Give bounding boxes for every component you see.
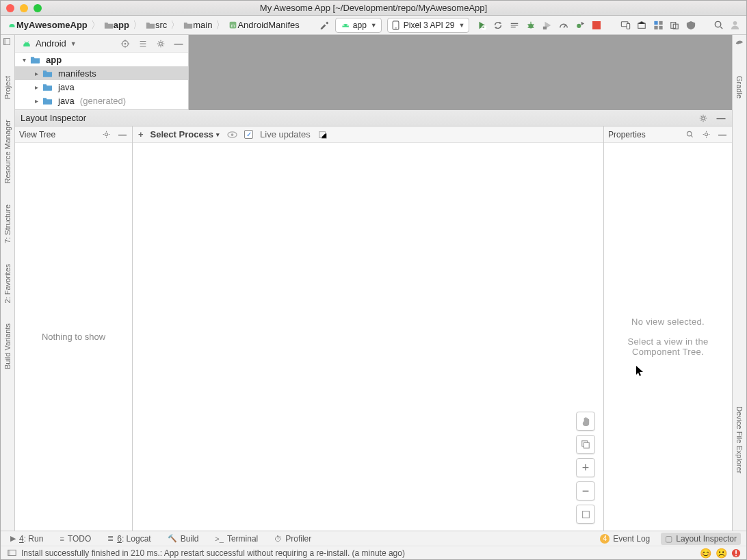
- project-panel-header: Android ▼ —: [15, 35, 188, 53]
- minimize-icon[interactable]: —: [716, 113, 726, 124]
- project-view-title[interactable]: Android: [36, 38, 66, 49]
- hammer-icon[interactable]: [319, 20, 330, 31]
- minimize-icon[interactable]: —: [117, 129, 128, 140]
- search-icon[interactable]: [713, 20, 724, 31]
- properties-empty-2: Select a view in the Component Tree.: [614, 336, 722, 357]
- tree-row[interactable]: ▸manifests: [15, 66, 188, 80]
- zoom-in-button[interactable]: +: [576, 458, 595, 477]
- gear-icon[interactable]: [101, 129, 112, 140]
- svg-text:m: m: [231, 23, 235, 28]
- run-config-select[interactable]: app ▼: [335, 18, 382, 33]
- zoom-out-button[interactable]: −: [576, 481, 595, 501]
- live-updates-checkbox[interactable]: [244, 130, 253, 139]
- tool-tab[interactable]: Build Variants: [3, 319, 12, 373]
- breadcrumb-item[interactable]: MyAwesomeApp: [5, 18, 90, 31]
- title-bar: My Awesome App [~/Development/repo/MyAwe…: [1, 1, 746, 16]
- svg-rect-32: [584, 442, 589, 448]
- gear-icon[interactable]: [155, 38, 166, 49]
- apply-changes-icon[interactable]: [493, 20, 503, 31]
- mouse-cursor-icon: [636, 366, 644, 377]
- zoom-fit-button[interactable]: [576, 505, 595, 524]
- bottom-tab[interactable]: ≡TODO: [55, 533, 95, 545]
- chevron-down-icon[interactable]: ▼: [70, 40, 77, 47]
- resource-manager-icon[interactable]: [653, 20, 664, 31]
- gear-icon[interactable]: [700, 129, 711, 140]
- collapse-icon[interactable]: [3, 38, 12, 47]
- live-updates-label: Live updates: [260, 129, 311, 139]
- select-process-dropdown[interactable]: Select Process ▾: [150, 129, 220, 139]
- attach-debugger-icon[interactable]: [575, 20, 586, 31]
- stop-icon[interactable]: [591, 20, 602, 31]
- target-icon[interactable]: [120, 38, 131, 49]
- tree-row[interactable]: ▸java(generated): [15, 94, 188, 107]
- debug-icon[interactable]: [525, 20, 536, 31]
- breadcrumb-item[interactable]: src: [143, 18, 170, 31]
- svg-rect-33: [582, 511, 589, 518]
- search-icon[interactable]: [684, 129, 695, 140]
- svg-point-2: [343, 25, 345, 27]
- svg-point-24: [124, 42, 127, 44]
- svg-point-20: [733, 21, 737, 25]
- editor-empty-area: [189, 35, 732, 110]
- profiler-icon[interactable]: [558, 20, 569, 31]
- breadcrumb[interactable]: MyAwesomeApp〉app〉src〉main〉mAndroidManife…: [5, 18, 302, 31]
- layout-inspector-shortcut-icon[interactable]: [669, 20, 680, 31]
- minimize-icon[interactable]: —: [173, 38, 184, 49]
- breadcrumb-item[interactable]: mAndroidManifes: [226, 18, 302, 31]
- gradle-icon[interactable]: [735, 38, 744, 47]
- tool-tab[interactable]: 7: Structure: [3, 200, 12, 248]
- window-title: My Awesome App [~/Development/repo/MyAwe…: [1, 3, 746, 13]
- close-window-button[interactable]: [6, 4, 14, 12]
- ide-sad-icon[interactable]: ☹️: [716, 548, 727, 559]
- properties-title: Properties: [608, 130, 646, 139]
- layout-inspector-header: Layout Inspector —: [15, 110, 732, 126]
- breadcrumb-item[interactable]: app: [101, 18, 132, 31]
- snapshot-icon[interactable]: [317, 129, 328, 140]
- ide-happy-icon[interactable]: 😊: [700, 548, 711, 559]
- svg-rect-39: [735, 550, 737, 553]
- sdk-manager-icon[interactable]: [636, 20, 647, 31]
- gear-icon[interactable]: [698, 113, 709, 124]
- toggle-3d-icon[interactable]: [226, 129, 237, 140]
- breadcrumb-item[interactable]: main: [181, 18, 215, 31]
- device-select[interactable]: Pixel 3 API 29 ▼: [387, 18, 470, 33]
- project-structure-icon[interactable]: [685, 20, 696, 31]
- pan-button[interactable]: [576, 412, 595, 431]
- tool-tab[interactable]: Device File Explorer: [735, 402, 744, 477]
- tree-row[interactable]: ▸java: [15, 80, 188, 94]
- coverage-icon[interactable]: [542, 20, 553, 31]
- tool-tab[interactable]: 2: Favorites: [3, 260, 12, 307]
- layout-inspector-title: Layout Inspector: [21, 113, 86, 123]
- svg-rect-11: [627, 23, 629, 29]
- apply-code-icon[interactable]: [509, 20, 520, 31]
- bottom-tab[interactable]: 🔨Build: [163, 533, 203, 545]
- layers-button[interactable]: [576, 435, 595, 454]
- sort-icon[interactable]: [137, 38, 148, 49]
- zoom-window-button[interactable]: [34, 4, 42, 12]
- tool-tab[interactable]: Resource Manager: [3, 116, 12, 188]
- minimize-window-button[interactable]: [20, 4, 28, 12]
- minimize-icon[interactable]: —: [717, 129, 728, 140]
- tool-tab[interactable]: Project: [3, 72, 12, 103]
- bottom-tab[interactable]: ▶4: Run: [6, 533, 47, 545]
- bottom-tab[interactable]: ⏱Profiler: [270, 533, 315, 545]
- svg-rect-37: [8, 550, 10, 555]
- project-tree[interactable]: ▾app▸manifests▸java▸java(generated): [15, 53, 188, 109]
- svg-rect-13: [654, 21, 657, 24]
- svg-point-34: [687, 131, 692, 136]
- bottom-tab[interactable]: ≣6: Logcat: [103, 533, 155, 545]
- bottom-tab[interactable]: >_Terminal: [211, 533, 262, 545]
- plus-icon[interactable]: +: [138, 129, 144, 139]
- user-icon[interactable]: [729, 20, 740, 31]
- tree-row[interactable]: ▾app: [15, 53, 188, 66]
- tool-windows-icon[interactable]: [6, 548, 17, 559]
- bottom-tab[interactable]: ▢Layout Inspector: [661, 533, 741, 545]
- device-label: Pixel 3 API 29: [404, 21, 455, 30]
- tool-tab[interactable]: Gradle: [735, 72, 744, 103]
- run-icon[interactable]: [476, 20, 487, 31]
- ide-error-icon[interactable]: [731, 548, 741, 558]
- bottom-tab[interactable]: 4Event Log: [596, 533, 654, 545]
- run-config-label: app: [353, 21, 367, 30]
- svg-rect-14: [659, 21, 662, 24]
- avd-manager-icon[interactable]: [620, 20, 631, 31]
